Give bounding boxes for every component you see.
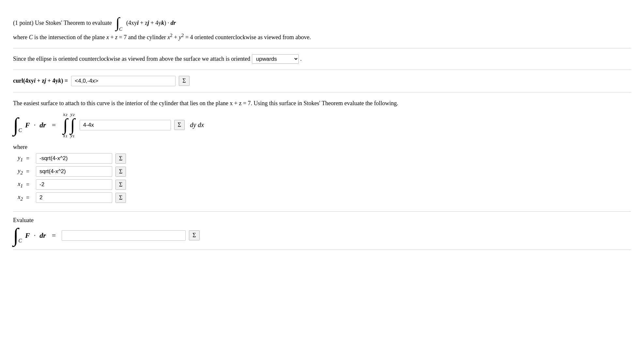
lhs-integral-sub-c: C [18, 127, 22, 133]
where-c-text: where C is the intersection of the plane… [13, 34, 311, 41]
double-integral-row: ∫ C F · dr = x₂ ∫ x₁ y₂ ∫ y₁ Σ dy dx [13, 111, 631, 139]
surface-description: The easiest surface to attach to this cu… [13, 100, 398, 106]
problem-title: (1 point) Use Stokes' Theorem to evaluat… [13, 16, 631, 30]
orientation-row: Since the ellipse is oriented counterclo… [13, 54, 631, 64]
problem-prefix: (1 point) Use Stokes' Theorem to evaluat… [13, 20, 112, 26]
problem-section: (1 point) Use Stokes' Theorem to evaluat… [13, 10, 631, 48]
evaluate-integral-block: ∫ C [13, 227, 22, 244]
x2-input[interactable] [36, 192, 112, 203]
y1-input[interactable] [36, 153, 112, 164]
y1-row: y1 = Σ [13, 153, 631, 164]
orientation-dropdown[interactable]: upwards downwards [252, 54, 299, 64]
double-integral-sigma-button[interactable]: Σ [174, 120, 185, 130]
where-label: where [13, 144, 631, 151]
curl-sigma-button[interactable]: Σ [179, 76, 189, 86]
x2-var: x2 [13, 194, 23, 202]
y2-var: y2 [13, 168, 23, 176]
evaluate-integral-sub-c: C [18, 238, 22, 244]
surface-text: The easiest surface to attach to this cu… [13, 98, 631, 108]
evaluate-F: F [25, 231, 30, 240]
x1-row: x1 = Σ [13, 179, 631, 190]
x2-equals: = [26, 194, 33, 201]
y1-equals: = [26, 155, 33, 162]
evaluate-section: Evaluate ∫ C F · dr = Σ [13, 212, 631, 250]
lhs-dr: dr [39, 121, 46, 129]
evaluate-sigma-button[interactable]: Σ [189, 230, 199, 240]
lhs-dot: · [34, 121, 36, 129]
y1-sigma-button[interactable]: Σ [115, 154, 126, 164]
outer-lower-limit: x₁ [63, 133, 67, 139]
lhs-integral-block: ∫ C [13, 117, 22, 133]
evaluate-dr: dr [39, 231, 46, 240]
x2-sigma-button[interactable]: Σ [115, 193, 126, 203]
lhs-F: F [25, 121, 30, 129]
orientation-text-after: . [300, 56, 302, 62]
evaluate-label: Evaluate [13, 217, 631, 224]
evaluate-integral-symbol: ∫ [13, 227, 18, 244]
curl-label: curl(4xyi + zj + 4yk) = [13, 77, 68, 84]
evaluate-dot: · [34, 231, 36, 240]
outer-integral-symbol: ∫ [63, 117, 68, 133]
y2-sigma-button[interactable]: Σ [115, 167, 126, 177]
y2-row: y2 = Σ [13, 166, 631, 177]
inner-lower-limit: y₁ [70, 133, 75, 139]
lhs-equals: = [52, 121, 56, 129]
inner-integral: y₂ ∫ y₁ [70, 111, 73, 139]
curl-input[interactable] [71, 76, 176, 86]
evaluate-input[interactable] [62, 230, 186, 241]
outer-integral: x₂ ∫ x₁ [63, 111, 66, 139]
inner-integral-symbol: ∫ [70, 117, 75, 133]
problem-integral: ∫ C [116, 16, 122, 30]
double-integral-input[interactable] [80, 120, 171, 130]
surface-text-section: The easiest surface to attach to this cu… [13, 92, 631, 212]
curl-row: curl(4xyi + zj + 4yk) = Σ [13, 76, 631, 86]
orientation-section: Since the ellipse is oriented counterclo… [13, 48, 631, 70]
x2-row: x2 = Σ [13, 192, 631, 203]
where-c-line: where C is the intersection of the plane… [13, 31, 631, 42]
y2-input[interactable] [36, 166, 112, 177]
evaluate-equals: = [52, 231, 56, 240]
y2-equals: = [26, 168, 33, 175]
curl-section: curl(4xyi + zj + 4yk) = Σ [13, 70, 631, 92]
lhs-integral-symbol: ∫ [13, 117, 18, 133]
evaluate-row: ∫ C F · dr = Σ [13, 227, 631, 244]
x1-var: x1 [13, 181, 23, 189]
x1-sigma-button[interactable]: Σ [115, 180, 126, 190]
y1-var: y1 [13, 155, 23, 163]
x1-equals: = [26, 181, 33, 188]
integrand-expression: (4xyi + zj + 4yk) · dr [126, 20, 176, 26]
where-section: where y1 = Σ y2 = Σ x1 = Σ x2 = Σ [13, 144, 631, 203]
x1-input[interactable] [36, 179, 112, 190]
dy-dx-label: dy dx [190, 121, 204, 129]
orientation-text-before: Since the ellipse is oriented counterclo… [13, 56, 250, 62]
